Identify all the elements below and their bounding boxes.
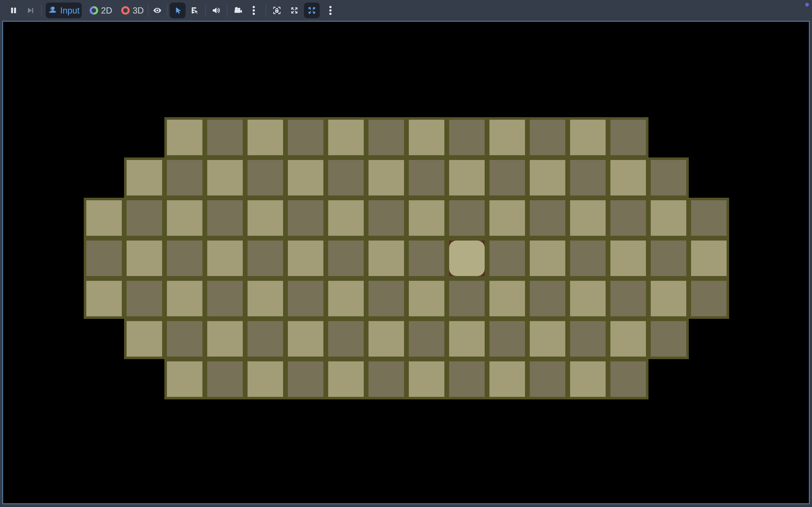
grid-tile[interactable]	[288, 240, 323, 276]
grid-tile[interactable]	[409, 321, 444, 356]
grid-tile[interactable]	[288, 321, 323, 356]
grid-tile[interactable]	[691, 240, 726, 276]
grid-tile[interactable]	[691, 281, 726, 316]
grid-tile[interactable]	[126, 240, 162, 276]
grid-tile[interactable]	[449, 361, 485, 397]
grid-tile[interactable]	[167, 160, 202, 195]
grid-tile[interactable]	[449, 160, 485, 195]
grid-tile[interactable]	[530, 160, 565, 195]
grid-tile[interactable]	[207, 361, 243, 397]
grid-tile[interactable]	[86, 200, 122, 236]
grid-tile[interactable]	[610, 200, 646, 236]
grid-tile[interactable]	[288, 160, 323, 195]
grid-tile[interactable]	[651, 281, 686, 316]
grid-tile[interactable]	[570, 160, 606, 195]
grid-tile[interactable]	[328, 361, 364, 397]
mode-3d-button[interactable]: 3D	[119, 3, 146, 18]
grid-tile[interactable]	[248, 240, 283, 276]
grid-tile[interactable]	[409, 361, 444, 397]
grid-tile[interactable]	[490, 120, 525, 155]
selected-tile[interactable]	[449, 240, 485, 276]
mute-audio-button[interactable]	[209, 3, 223, 18]
grid-tile[interactable]	[167, 281, 202, 316]
grid-tile[interactable]	[530, 281, 565, 316]
grid-tile[interactable]	[530, 321, 565, 356]
grid-tile[interactable]	[651, 200, 686, 236]
grid-tile[interactable]	[207, 321, 243, 356]
grid-tile[interactable]	[449, 281, 485, 316]
grid-tile[interactable]	[328, 281, 364, 316]
grid-tile[interactable]	[490, 361, 525, 397]
select-list-button[interactable]	[187, 3, 202, 18]
grid-tile[interactable]	[409, 240, 444, 276]
grid-tile[interactable]	[368, 120, 404, 155]
grid-tile[interactable]	[167, 321, 202, 356]
grid-tile[interactable]	[328, 160, 364, 195]
grid-tile[interactable]	[288, 281, 323, 316]
grid-tile[interactable]	[651, 160, 686, 195]
grid-tile[interactable]	[368, 361, 404, 397]
grid-tile[interactable]	[449, 321, 485, 356]
grid-tile[interactable]	[490, 160, 525, 195]
grid-tile[interactable]	[368, 321, 404, 356]
grid-tile[interactable]	[409, 281, 444, 316]
grid-tile[interactable]	[288, 200, 323, 236]
embed-lock-button[interactable]	[269, 3, 284, 18]
grid-tile[interactable]	[651, 240, 686, 276]
grid-tile[interactable]	[328, 240, 364, 276]
grid-tile[interactable]	[248, 200, 283, 236]
grid-tile[interactable]	[409, 200, 444, 236]
mode-2d-button[interactable]: 2D	[87, 3, 114, 18]
grid-tile[interactable]	[490, 240, 525, 276]
grid-tile[interactable]	[368, 200, 404, 236]
grid-tile[interactable]	[610, 120, 646, 155]
grid-tile[interactable]	[86, 281, 122, 316]
grid-tile[interactable]	[530, 200, 565, 236]
grid-tile[interactable]	[328, 321, 364, 356]
pause-button[interactable]	[7, 3, 20, 18]
grid-tile[interactable]	[248, 281, 283, 316]
grid-tile[interactable]	[449, 120, 485, 155]
grid-tile[interactable]	[288, 361, 323, 397]
grid-tile[interactable]	[691, 200, 726, 236]
grid-tile[interactable]	[368, 240, 404, 276]
grid-tile[interactable]	[248, 321, 283, 356]
grid-tile[interactable]	[126, 281, 162, 316]
input-mode-button[interactable]: Input	[46, 3, 82, 18]
grid-tile[interactable]	[288, 120, 323, 155]
grid-tile[interactable]	[570, 240, 606, 276]
grid-tile[interactable]	[409, 120, 444, 155]
grid-tile[interactable]	[490, 200, 525, 236]
grid-tile[interactable]	[167, 240, 202, 276]
grid-tile[interactable]	[126, 321, 162, 356]
grid-tile[interactable]	[368, 160, 404, 195]
next-frame-button[interactable]	[24, 3, 37, 18]
grid-tile[interactable]	[86, 240, 122, 276]
grid-tile[interactable]	[328, 200, 364, 236]
grid-tile[interactable]	[248, 120, 283, 155]
grid-tile[interactable]	[530, 240, 565, 276]
grid-tile[interactable]	[368, 281, 404, 316]
grid-tile[interactable]	[207, 120, 243, 155]
grid-tile[interactable]	[207, 281, 243, 316]
grid-tile[interactable]	[570, 321, 606, 356]
grid-tile[interactable]	[490, 281, 525, 316]
selection-visibility-button[interactable]	[150, 3, 165, 18]
grid-tile[interactable]	[449, 200, 485, 236]
grid-tile[interactable]	[530, 361, 565, 397]
grid-tile[interactable]	[651, 321, 686, 356]
grid-tile[interactable]	[610, 361, 646, 397]
grid-tile[interactable]	[610, 321, 646, 356]
camera-options-menu[interactable]	[249, 3, 259, 18]
grid-tile[interactable]	[248, 160, 283, 195]
grid-tile[interactable]	[570, 281, 606, 316]
grid-tile[interactable]	[207, 160, 243, 195]
grid-tile[interactable]	[490, 321, 525, 356]
grid-tile[interactable]	[207, 240, 243, 276]
fullscreen-embed-button[interactable]	[304, 3, 320, 18]
grid-tile[interactable]	[248, 361, 283, 397]
grid-tile[interactable]	[207, 200, 243, 236]
shrink-embed-button[interactable]	[288, 3, 301, 18]
select-mode-button[interactable]	[170, 3, 186, 18]
grid-tile[interactable]	[167, 361, 202, 397]
